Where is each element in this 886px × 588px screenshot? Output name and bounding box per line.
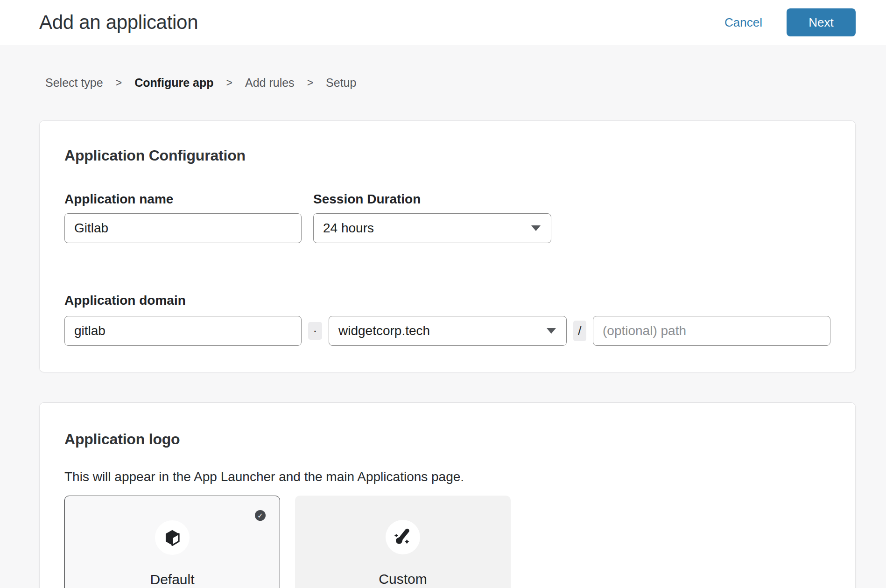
subdomain-input[interactable] <box>64 316 302 346</box>
header-actions: Cancel Next <box>724 8 856 36</box>
logo-option-custom[interactable]: Custom <box>295 496 511 588</box>
chevron-down-icon <box>547 328 556 334</box>
logo-option-default-label: Default <box>150 572 194 588</box>
domain-select[interactable]: widgetcorp.tech <box>329 316 567 346</box>
logo-description: This will appear in the App Launcher and… <box>64 469 830 484</box>
breadcrumb-step-configure-app[interactable]: Configure app <box>134 76 213 90</box>
logo-options: ✓ Default Custom <box>64 496 830 588</box>
application-name-label: Application name <box>64 191 302 207</box>
check-icon: ✓ <box>257 512 263 519</box>
dot-separator: . <box>308 322 322 340</box>
page-header: Add an application Cancel Next <box>0 0 886 45</box>
breadcrumb-step-add-rules[interactable]: Add rules <box>245 76 295 90</box>
application-name-input[interactable] <box>64 213 302 243</box>
application-logo-card: Application logo This will appear in the… <box>39 402 856 588</box>
breadcrumb-step-setup[interactable]: Setup <box>326 76 356 90</box>
breadcrumb-separator: > <box>116 77 122 89</box>
default-logo-circle <box>155 520 190 555</box>
custom-logo-circle <box>386 520 420 554</box>
next-button[interactable]: Next <box>787 8 856 36</box>
application-configuration-card: Application Configuration Application na… <box>39 120 856 372</box>
chevron-down-icon <box>531 225 541 231</box>
configuration-heading: Application Configuration <box>64 147 830 164</box>
application-domain-row: . widgetcorp.tech / <box>64 316 830 346</box>
application-name-field: Application name <box>64 191 302 243</box>
cancel-button[interactable]: Cancel <box>724 15 762 30</box>
session-duration-field: Session Duration 24 hours <box>313 191 551 243</box>
application-domain-label: Application domain <box>64 293 830 308</box>
session-duration-label: Session Duration <box>313 191 551 207</box>
domain-select-value: widgetcorp.tech <box>338 323 430 338</box>
breadcrumb-separator: > <box>307 77 313 89</box>
name-session-row: Application name Session Duration 24 hou… <box>64 191 830 243</box>
selected-badge: ✓ <box>255 510 266 521</box>
logo-option-default[interactable]: ✓ Default <box>64 496 280 588</box>
logo-heading: Application logo <box>64 431 830 448</box>
session-duration-value: 24 hours <box>323 221 374 236</box>
breadcrumb: Select type > Configure app > Add rules … <box>45 76 886 90</box>
path-input[interactable] <box>593 316 830 346</box>
logo-option-custom-label: Custom <box>379 571 427 587</box>
cube-icon <box>163 529 181 546</box>
session-duration-select[interactable]: 24 hours <box>313 213 551 243</box>
page-title: Add an application <box>39 11 198 34</box>
breadcrumb-step-select-type[interactable]: Select type <box>45 76 103 90</box>
breadcrumb-separator: > <box>226 77 232 89</box>
paintbrush-icon <box>393 527 413 547</box>
slash-separator: / <box>573 321 586 341</box>
